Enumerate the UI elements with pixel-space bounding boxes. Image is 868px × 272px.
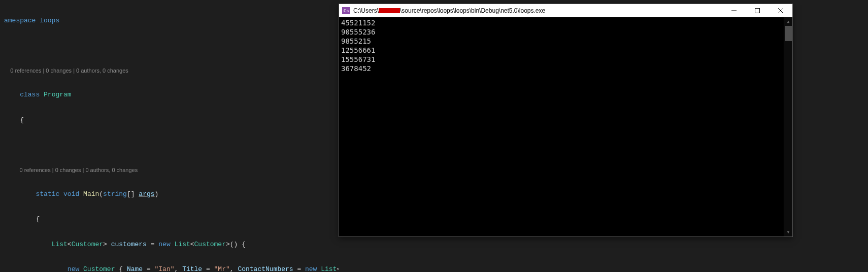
output-line: 45521152 [341, 18, 790, 27]
prop: Name [127, 265, 143, 272]
keyword: new [68, 265, 79, 272]
code-content: amespace loops 0 references | 0 changes … [0, 0, 339, 272]
namespace-fragment: amespace loops [4, 17, 59, 24]
type: Customer [83, 265, 115, 272]
keyword-class: class [20, 91, 40, 98]
prop: Title [182, 265, 202, 272]
console-titlebar[interactable]: C:\ C:\Users\\source\repos\loops\loops\b… [339, 4, 792, 17]
output-line: 90555236 [341, 27, 790, 37]
console-scrollbar[interactable]: ▲ ▼ [784, 17, 792, 236]
type: List [52, 241, 68, 248]
console-title: C:\Users\\source\repos\loops\loops\bin\D… [353, 7, 722, 14]
maximize-button[interactable] [746, 4, 769, 17]
type: List [321, 265, 337, 272]
redacted-username [379, 8, 400, 13]
scroll-down-icon[interactable]: ▼ [784, 228, 792, 236]
param-args: args [139, 190, 154, 198]
window-controls [722, 4, 792, 17]
output-line: 3678452 [341, 64, 790, 73]
codelens[interactable]: 0 references | 0 changes | 0 authors, 0 … [4, 67, 339, 74]
keyword: new [158, 241, 170, 248]
type-program: Program [44, 91, 72, 98]
type: Customer [194, 241, 226, 248]
type: List [175, 241, 190, 248]
keyword: static [36, 190, 59, 198]
output-line: 9855215 [341, 37, 790, 46]
codelens[interactable]: 0 references | 0 changes | 0 authors, 0 … [4, 166, 339, 174]
keyword: string [103, 190, 127, 198]
string: "Ian" [155, 265, 175, 272]
type: Customer [72, 241, 103, 248]
console-window[interactable]: C:\ C:\Users\\source\repos\loops\loops\b… [339, 4, 793, 237]
console-icon: C:\ [342, 7, 350, 14]
close-button[interactable] [769, 4, 792, 17]
method-main: Main [83, 190, 99, 198]
scroll-thumb[interactable] [785, 26, 792, 41]
string: "Mr" [214, 265, 230, 272]
output-line: 12556661 [341, 46, 790, 55]
minimize-button[interactable] [722, 4, 746, 17]
prop: ContactNumbers [238, 265, 293, 272]
scroll-up-icon[interactable]: ▲ [784, 17, 792, 26]
svg-rect-1 [755, 9, 760, 13]
var: customers [111, 241, 147, 248]
output-line: 15556731 [341, 55, 790, 64]
keyword: void [63, 190, 79, 198]
console-output[interactable]: 45521152 90555236 9855215 12556661 15556… [339, 17, 792, 236]
code-editor[interactable]: amespace loops 0 references | 0 changes … [0, 0, 339, 272]
keyword: new [305, 265, 317, 272]
